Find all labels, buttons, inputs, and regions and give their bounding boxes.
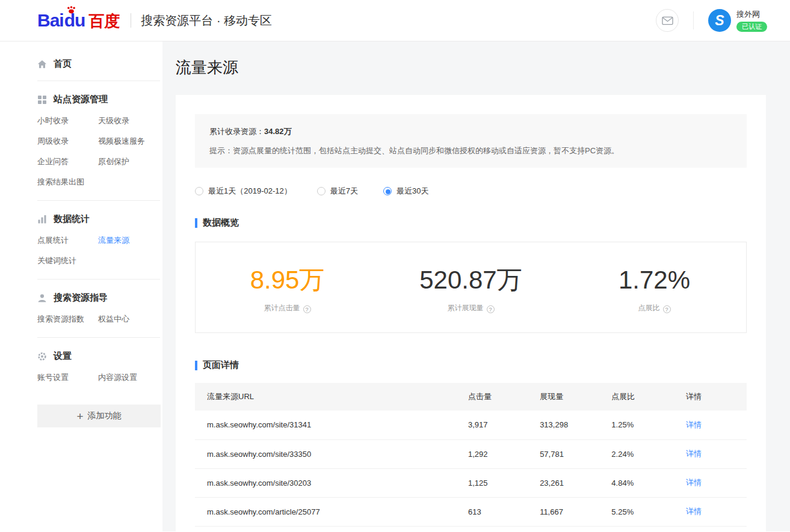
sidebar-section-data-statistics: 数据统计 [37, 213, 160, 225]
detail-link[interactable]: 详情 [686, 449, 702, 458]
table-row: m.ask.seowhy.com/site/531 585 2,375 24.6… [195, 526, 747, 531]
sidebar-item-home[interactable]: 首页 [37, 56, 160, 81]
overview-stats: 8.95万 累计点击量 520.87万 累计展现量 1.72% 点展比 [195, 242, 747, 333]
baidu-logo[interactable]: Bai du 百度 [37, 11, 120, 29]
sidebar-home-label: 首页 [54, 58, 72, 70]
detail-link[interactable]: 详情 [686, 478, 702, 487]
page-title: 流量来源 [176, 57, 766, 78]
sidebar-section-title: 站点资源管理 [54, 94, 108, 105]
summary-label: 累计收录资源： [209, 127, 264, 136]
sidebar-item-account-settings[interactable]: 账号设置 [37, 372, 69, 383]
cell-impressions: 11,667 [540, 497, 611, 526]
cell-clicks: 1,125 [468, 468, 540, 497]
summary-box: 累计收录资源：34.82万 提示：资源点展量的统计范围，包括站点主动提交、站点自… [195, 114, 747, 168]
sidebar: 首页 站点资源管理 小时收录 天级收录 周级收录 视频极速服务 企业问答 原创保… [0, 41, 162, 531]
table-row: m.ask.seowhy.com/site/31341 3,917 313,29… [195, 411, 747, 439]
summary-hint: 提示：资源点展量的统计范围，包括站点主动提交、站点自动同步和微信授权的移动或自适… [209, 145, 732, 157]
cell-ratio: 4.84% [611, 468, 686, 497]
top-header: Bai du 百度 搜索资源平台 · 移动专区 S 搜外网 [0, 0, 790, 41]
cell-url: m.ask.seowhy.com/site/531 [195, 526, 468, 531]
mail-icon [662, 16, 673, 25]
section-title-page-detail: 页面详情 [195, 359, 747, 371]
date-range-filters: 最近1天（2019-02-12） 最近7天 最近30天 [195, 186, 747, 197]
col-header-impressions: 展现量 [540, 383, 611, 411]
page-detail-table: 流量来源URL 点击量 展现量 点展比 详情 m.ask.seowhy.com/… [195, 383, 747, 531]
sidebar-links-site-management: 小时收录 天级收录 周级收录 视频极速服务 企业问答 原创保护 搜索结果出图 [37, 115, 160, 188]
detail-link[interactable]: 详情 [686, 420, 702, 429]
table-row: m.ask.seowhy.com/article/25077 613 11,66… [195, 497, 747, 526]
radio-last-7-days[interactable]: 最近7天 [317, 186, 358, 197]
cell-url: m.ask.seowhy.com/site/33350 [195, 439, 468, 468]
sidebar-item-daily-inclusion[interactable]: 天级收录 [98, 115, 129, 126]
sidebar-section-settings: 设置 [37, 350, 160, 362]
sidebar-item-enterprise-qa[interactable]: 企业问答 [37, 156, 69, 167]
sidebar-divider [37, 279, 160, 280]
sidebar-item-video-speed-service[interactable]: 视频极速服务 [98, 136, 145, 147]
cell-impressions: 23,261 [540, 468, 611, 497]
plus-icon [76, 411, 83, 422]
sidebar-item-hourly-inclusion[interactable]: 小时收录 [37, 115, 69, 126]
sidebar-item-search-result-image[interactable]: 搜索结果出图 [37, 177, 84, 188]
add-feature-button[interactable]: 添加功能 [37, 405, 161, 427]
radio-icon-checked [383, 187, 392, 195]
table-row: m.ask.seowhy.com/site/33350 1,292 57,781… [195, 439, 747, 468]
sidebar-section-title: 数据统计 [54, 213, 90, 225]
cell-url: m.ask.seowhy.com/article/25077 [195, 497, 468, 526]
cell-url: m.ask.seowhy.com/site/30203 [195, 468, 468, 497]
cell-ratio: 5.25% [611, 497, 686, 526]
cell-url: m.ask.seowhy.com/site/31341 [195, 411, 468, 439]
radio-icon [195, 187, 203, 195]
col-header-ratio: 点展比 [611, 383, 686, 411]
sidebar-item-traffic-source[interactable]: 流量来源 [98, 235, 129, 246]
stat-value-impressions: 520.87万 [379, 268, 563, 293]
sidebar-section-title: 搜索资源指导 [54, 292, 108, 304]
add-feature-label: 添加功能 [88, 411, 122, 421]
sidebar-item-original-protection[interactable]: 原创保护 [98, 156, 129, 167]
stat-label-clicks: 累计点击量 [196, 303, 379, 313]
sidebar-item-weekly-inclusion[interactable]: 周级收录 [37, 136, 69, 147]
platform-title: 搜索资源平台 · 移动专区 [141, 13, 272, 29]
detail-link[interactable]: 详情 [686, 507, 702, 516]
radio-label: 最近7天 [330, 186, 358, 197]
sidebar-item-rights-center[interactable]: 权益中心 [98, 314, 129, 325]
cell-impressions: 57,781 [540, 439, 611, 468]
radio-last-30-days[interactable]: 最近30天 [383, 186, 428, 197]
stat-value-ctr: 1.72% [563, 268, 746, 293]
messages-button[interactable] [656, 9, 679, 32]
account-text: 搜外网 已认证 [736, 9, 767, 32]
cell-impressions: 2,375 [540, 526, 611, 531]
cell-clicks: 3,917 [468, 411, 540, 439]
sidebar-section-resource-guidance: 搜索资源指导 [37, 292, 160, 304]
help-icon[interactable] [303, 305, 311, 313]
table-header-row: 流量来源URL 点击量 展现量 点展比 详情 [195, 383, 747, 411]
stat-label-impressions: 累计展现量 [379, 303, 563, 313]
site-logo-letter: S [715, 13, 724, 29]
sidebar-links-settings: 账号设置 内容源设置 [37, 372, 160, 383]
help-icon[interactable] [487, 305, 495, 313]
help-icon[interactable] [663, 305, 671, 313]
cell-ratio: 24.63% [611, 526, 686, 531]
radio-last-1-day[interactable]: 最近1天（2019-02-12） [195, 186, 292, 197]
site-logo: S [708, 9, 731, 32]
radio-icon [317, 187, 326, 195]
sidebar-item-content-source-settings[interactable]: 内容源设置 [98, 372, 137, 383]
chart-icon [37, 215, 47, 224]
sidebar-divider [37, 200, 160, 201]
stat-label-ctr: 点展比 [563, 303, 746, 313]
sidebar-item-resource-index[interactable]: 搜索资源指数 [37, 314, 84, 325]
stat-value-clicks: 8.95万 [196, 268, 379, 293]
sidebar-links-resource-guidance: 搜索资源指数 权益中心 [37, 314, 160, 325]
sidebar-item-click-impression-stats[interactable]: 点展统计 [37, 235, 69, 246]
radio-label: 最近1天（2019-02-12） [208, 186, 292, 197]
sidebar-item-keyword-stats[interactable]: 关键词统计 [37, 255, 76, 266]
summary-line: 累计收录资源：34.82万 [209, 126, 732, 138]
sites-icon [37, 95, 47, 105]
radio-label: 最近30天 [397, 186, 428, 197]
site-name: 搜外网 [736, 9, 767, 20]
summary-value: 34.82万 [264, 127, 292, 136]
account-info[interactable]: S 搜外网 已认证 [708, 9, 767, 32]
verified-badge: 已认证 [736, 22, 767, 32]
main-content: 流量来源 累计收录资源：34.82万 提示：资源点展量的统计范围，包括站点主动提… [162, 41, 790, 531]
header-right: S 搜外网 已认证 [656, 9, 767, 32]
cell-ratio: 2.24% [611, 439, 686, 468]
